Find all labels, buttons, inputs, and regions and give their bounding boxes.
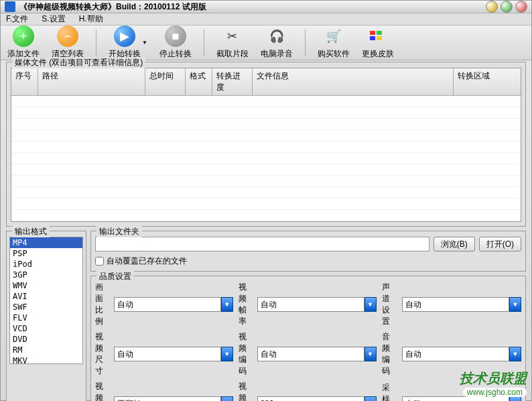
overwrite-checkbox[interactable]	[95, 257, 104, 266]
format-item-3gp[interactable]: 3GP	[10, 270, 82, 280]
main-window: 《伊神超级视频转换大师》Build：20100112 试用版 F.文件 S.设置…	[0, 0, 532, 401]
skin-button[interactable]: 更换皮肤	[362, 25, 394, 60]
chevron-down-icon[interactable]: ▼	[509, 297, 521, 312]
format-item-psp[interactable]: PSP	[10, 248, 82, 259]
browse-button[interactable]: 浏览(B)	[434, 237, 475, 251]
cart-icon: 🛒	[323, 25, 344, 47]
vcodec-combo[interactable]: ▼	[257, 347, 377, 361]
play-icon: ▶	[114, 25, 135, 47]
menu-file[interactable]: F.文件	[6, 13, 28, 25]
chevron-down-icon[interactable]: ▼	[221, 347, 233, 361]
overwrite-label: 自动覆盖已存在的文件	[107, 255, 187, 267]
output-format-label: 输出格式	[12, 226, 50, 237]
table-body[interactable]	[11, 96, 521, 221]
fps-combo[interactable]: ▼	[257, 297, 377, 312]
col-region[interactable]: 转换区域	[454, 68, 521, 95]
output-format-group: 输出格式 MP4PSPiPod3GPWMVAVISWFFLVVCDDVDRMMK…	[6, 231, 86, 401]
file-table[interactable]: 序号 路径 总时间 格式 转换进度 文件信息 转换区域	[11, 68, 521, 222]
media-group-label: 媒体文件 (双击项目可查看详细信息)	[12, 57, 145, 68]
record-label: 电脑录音	[261, 48, 293, 60]
bitrate-label: 视频码率	[239, 381, 252, 401]
buy-label: 购买软件	[318, 48, 350, 60]
svg-rect-0	[370, 31, 375, 35]
acodec-label: 音频编码	[382, 331, 397, 377]
bitrate-combo[interactable]: ▼	[257, 396, 377, 401]
menu-help[interactable]: H.帮助	[79, 13, 103, 25]
chevron-down-icon[interactable]: ▼	[221, 297, 233, 312]
format-item-wmv[interactable]: WMV	[10, 280, 82, 291]
format-item-mkv[interactable]: MKV	[10, 355, 82, 364]
output-folder-input[interactable]	[95, 237, 429, 251]
add-file-button[interactable]: + 添加文件	[7, 25, 40, 60]
col-info[interactable]: 文件信息	[253, 68, 454, 95]
format-item-flv[interactable]: FLV	[10, 312, 82, 323]
close-button[interactable]	[515, 1, 527, 13]
quality-label: 品质设置	[96, 271, 134, 282]
minimize-button[interactable]	[486, 1, 498, 13]
format-item-rm[interactable]: RM	[10, 345, 82, 355]
start-convert-button[interactable]: ▶ 开始转换	[109, 25, 141, 60]
size-label: 视频尺寸	[95, 331, 109, 377]
col-seq[interactable]: 序号	[11, 68, 38, 95]
sample-combo[interactable]: ▼	[402, 396, 521, 401]
chevron-down-icon[interactable]: ▼	[364, 347, 377, 361]
menubar: F.文件 S.设置 H.帮助	[1, 13, 531, 25]
output-folder-label: 输出文件夹	[96, 226, 142, 237]
cut-segment-button[interactable]: ✂ 截取片段	[216, 25, 249, 60]
chevron-down-icon[interactable]: ▼	[364, 396, 377, 401]
channel-combo[interactable]: ▼	[402, 297, 521, 312]
maximize-button[interactable]	[501, 1, 513, 13]
window-title: 《伊神超级视频转换大师》Build：20100112 试用版	[19, 1, 486, 13]
toolbar-separator	[305, 30, 306, 56]
chevron-down-icon[interactable]: ▼	[364, 297, 377, 312]
plus-icon: +	[13, 25, 34, 47]
stop-label: 停止转换	[159, 48, 192, 60]
format-item-swf[interactable]: SWF	[10, 302, 82, 312]
open-button[interactable]: 打开(O)	[479, 237, 521, 251]
cut-label: 截取片段	[216, 48, 249, 60]
sample-label: 采样率Hz	[382, 382, 397, 402]
acodec-combo[interactable]: ▼	[402, 347, 521, 361]
stop-convert-button[interactable]: ■ 停止转换	[159, 25, 192, 60]
col-duration[interactable]: 总时间	[145, 68, 186, 95]
chevron-down-icon[interactable]: ▼	[509, 347, 521, 361]
format-item-mp4[interactable]: MP4	[10, 237, 82, 248]
menu-settings[interactable]: S.设置	[42, 13, 65, 25]
col-path[interactable]: 路径	[38, 68, 145, 95]
chevron-down-icon[interactable]: ▼	[221, 396, 233, 401]
format-item-vcd[interactable]: VCD	[10, 323, 82, 334]
headphones-icon: 🎧	[266, 25, 287, 47]
col-format[interactable]: 格式	[186, 68, 212, 95]
svg-rect-3	[377, 36, 382, 40]
svg-rect-1	[377, 31, 382, 35]
clear-list-button[interactable]: − 清空列表	[52, 25, 84, 60]
record-button[interactable]: 🎧 电脑录音	[261, 25, 293, 60]
toolbar-separator	[204, 30, 204, 56]
col-progress[interactable]: 转换进度	[212, 68, 253, 95]
flip-combo[interactable]: ▼	[114, 396, 233, 401]
scissors-icon: ✂	[222, 25, 243, 47]
format-item-ipod[interactable]: iPod	[10, 259, 82, 270]
channel-label: 声道设置	[382, 282, 397, 327]
output-folder-group: 输出文件夹 浏览(B) 打开(O) 自动覆盖已存在的文件	[90, 231, 526, 272]
aspect-label: 画面比例	[95, 282, 109, 327]
format-item-dvd[interactable]: DVD	[10, 334, 82, 345]
table-header: 序号 路径 总时间 格式 转换进度 文件信息 转换区域	[11, 68, 521, 96]
format-listbox[interactable]: MP4PSPiPod3GPWMVAVISWFFLVVCDDVDRMMKV	[9, 237, 83, 364]
fps-label: 视频帧率	[239, 282, 252, 327]
toolbar-separator	[96, 30, 96, 56]
buy-button[interactable]: 🛒 购买软件	[318, 25, 350, 60]
chevron-down-icon[interactable]: ▼	[509, 396, 521, 401]
toolbar: + 添加文件 − 清空列表 ▶ 开始转换 ▼ ■ 停止转换 ✂ 截取片段 🎧 电…	[1, 25, 531, 60]
titlebar: 《伊神超级视频转换大师》Build：20100112 试用版	[1, 1, 531, 13]
minus-icon: −	[57, 25, 78, 47]
media-files-group: 媒体文件 (双击项目可查看详细信息) 序号 路径 总时间 格式 转换进度 文件信…	[6, 62, 526, 227]
app-icon	[5, 1, 15, 12]
vcodec-label: 视频编码	[239, 331, 252, 377]
aspect-combo[interactable]: ▼	[114, 297, 233, 312]
size-combo[interactable]: ▼	[114, 347, 233, 361]
stop-icon: ■	[165, 25, 186, 47]
svg-rect-2	[370, 36, 375, 40]
format-item-avi[interactable]: AVI	[10, 291, 82, 302]
start-dropdown-icon[interactable]: ▼	[142, 40, 147, 46]
